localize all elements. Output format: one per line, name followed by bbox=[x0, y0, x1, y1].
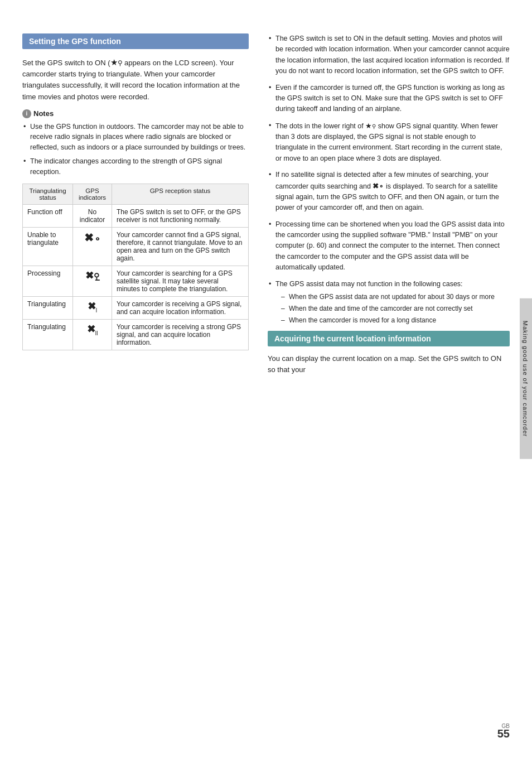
right-bullet-item: The GPS assist data may not function in … bbox=[268, 279, 510, 325]
table-cell-status: Triangulating bbox=[23, 297, 73, 320]
sub-bullet-item: When the camcorder is moved for a long d… bbox=[280, 315, 510, 325]
table-cell-indicator: ✖⚬ bbox=[73, 228, 112, 266]
table-cell-status: Unable to triangulate bbox=[23, 228, 73, 266]
table-cell-status: Function off bbox=[23, 205, 73, 228]
processing-icon: ✖⚲̲̲ bbox=[85, 269, 99, 282]
triangulating-strong-icon: ✖Il bbox=[87, 323, 98, 336]
table-row: Triangulating ✖I Your camcorder is recei… bbox=[23, 297, 249, 320]
table-row: Processing ✖⚲̲̲ Your camcorder is search… bbox=[23, 266, 249, 297]
triangulating-weak-icon: ✖I bbox=[88, 300, 98, 314]
table-header-status: Triangulating status bbox=[23, 184, 73, 205]
section-title-gps: Setting the GPS function bbox=[22, 33, 249, 49]
table-row: Unable to triangulate ✖⚬ Your camcorder … bbox=[23, 228, 249, 266]
right-bullet-item: The GPS switch is set to ON in the defau… bbox=[268, 33, 510, 77]
note-item: Use the GPS function in outdoors. The ca… bbox=[22, 122, 249, 153]
section-title-acquiring: Acquiring the current location informati… bbox=[268, 331, 510, 346]
gps-dots-icon: ★⚲ bbox=[365, 122, 376, 130]
table-cell-reception: Your camcorder cannot find a GPS signal,… bbox=[112, 228, 249, 266]
table-cell-indicator: No indicator bbox=[73, 205, 112, 228]
table-header-indicator: GPS indicators bbox=[73, 184, 112, 205]
gps-table: Triangulating status GPS indicators GPS … bbox=[22, 184, 249, 350]
right-bullet-item: If no satellite signal is detected after… bbox=[268, 170, 510, 214]
sub-bullet-item: When the date and time of the camcorder … bbox=[280, 303, 510, 314]
side-tab: Making good use of your camcorder bbox=[520, 298, 532, 459]
unable-triangulate-icon: ✖⚬ bbox=[84, 231, 101, 244]
sub-bullets-list: When the GPS assist data are not updated… bbox=[280, 292, 510, 325]
right-bullet-item: The dots in the lower right of ★⚲ show G… bbox=[268, 120, 510, 165]
page-number: 55 bbox=[497, 727, 510, 740]
table-cell-reception: The GPS switch is set to OFF, or the GPS… bbox=[112, 205, 249, 228]
table-cell-reception: Your camcorder is searching for a GPS sa… bbox=[112, 266, 249, 297]
notes-list: Use the GPS function in outdoors. The ca… bbox=[22, 122, 249, 177]
notes-section: i Notes Use the GPS function in outdoors… bbox=[22, 109, 249, 177]
right-bullet-item: Even if the camcorder is turned off, the… bbox=[268, 83, 510, 115]
right-bullet-item: Processing time can be shortened when yo… bbox=[268, 219, 510, 273]
notes-icon: i bbox=[22, 109, 31, 118]
table-cell-indicator: ✖Il bbox=[73, 320, 112, 350]
table-cell-status: Triangulating bbox=[23, 320, 73, 350]
intro-paragraph: Set the GPS switch to ON (★⚲ appears on … bbox=[22, 56, 249, 103]
notes-header: i Notes bbox=[22, 109, 249, 118]
table-row: Function off No indicator The GPS switch… bbox=[23, 205, 249, 228]
table-cell-reception: Your camcorder is receiving a strong GPS… bbox=[112, 320, 249, 350]
note-item: The indicator changes according to the s… bbox=[22, 156, 249, 177]
section2-text: You can display the current location on … bbox=[268, 353, 510, 375]
gps-quit-icon: ✖⚬ bbox=[373, 182, 384, 190]
table-cell-status: Processing bbox=[23, 266, 73, 297]
table-row: Triangulating ✖Il Your camcorder is rece… bbox=[23, 320, 249, 350]
table-cell-indicator: ✖I bbox=[73, 297, 112, 320]
table-cell-indicator: ✖⚲̲̲ bbox=[73, 266, 112, 297]
gps-on-icon: ★⚲ bbox=[110, 57, 123, 67]
sub-bullet-item: When the GPS assist data are not updated… bbox=[280, 292, 510, 302]
table-header-reception: GPS reception status bbox=[112, 184, 249, 205]
table-cell-reception: Your camcorder is receiving a GPS signal… bbox=[112, 297, 249, 320]
right-bullets-list: The GPS switch is set to ON in the defau… bbox=[268, 33, 510, 325]
